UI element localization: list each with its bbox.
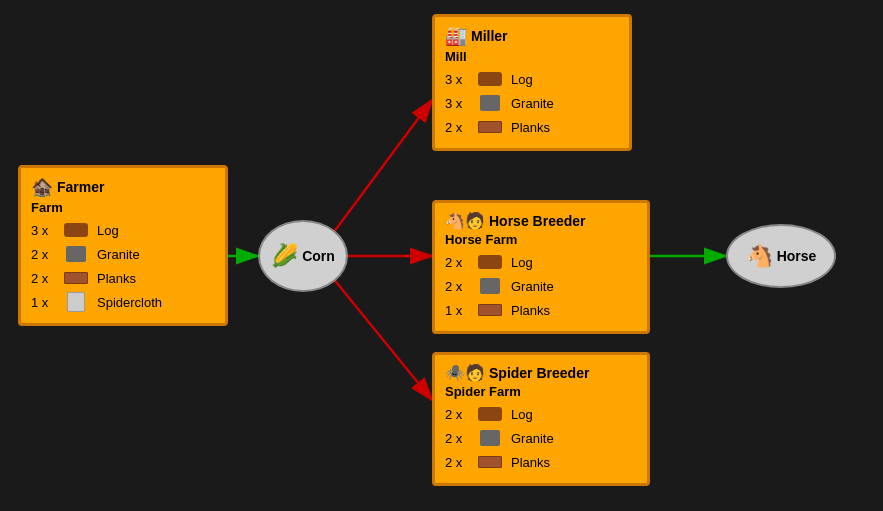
granite-icon [66, 246, 86, 262]
farmer-icon: 🏚️ [31, 176, 53, 198]
horse-farm-resource-0: 2 x Log [445, 251, 637, 273]
svg-line-5 [328, 272, 432, 400]
spider-farm-box: 🕷️🧑 Spider Breeder Spider Farm 2 x Log 2… [432, 352, 650, 486]
mill-box: 🏭 Miller Mill 3 x Log 3 x Granite 2 x Pl… [432, 14, 632, 151]
planks-icon [64, 272, 88, 284]
farm-title: 🏚️ Farmer [31, 176, 215, 198]
svg-line-3 [328, 100, 432, 240]
corn-icon: 🌽 [271, 243, 298, 269]
planks-icon [478, 304, 502, 316]
farm-box: 🏚️ Farmer Farm 3 x Log 2 x Granite 2 x P… [18, 165, 228, 326]
mill-resource-1: 3 x Granite [445, 92, 619, 114]
miller-label: Miller [471, 28, 508, 44]
corn-label: Corn [302, 248, 335, 264]
planks-icon [478, 121, 502, 133]
farmer-label: Farmer [57, 179, 104, 195]
spider-breeder-icon: 🕷️🧑 [445, 363, 485, 382]
mill-title: 🏭 Miller [445, 25, 619, 47]
log-icon [478, 72, 502, 86]
log-icon [478, 255, 502, 269]
horse-node: 🐴 Horse [726, 224, 836, 288]
miller-icon: 🏭 [445, 25, 467, 47]
spider-farm-subtitle: Spider Farm [445, 384, 637, 399]
diagram: 🏚️ Farmer Farm 3 x Log 2 x Granite 2 x P… [0, 0, 883, 511]
farm-resource-3: 1 x Spidercloth [31, 291, 215, 313]
spider-farm-resource-2: 2 x Planks [445, 451, 637, 473]
horse-breeder-icon: 🐴🧑 [445, 211, 485, 230]
planks-icon [478, 456, 502, 468]
horse-icon: 🐴 [746, 243, 773, 269]
granite-icon [480, 430, 500, 446]
spider-farm-resource-1: 2 x Granite [445, 427, 637, 449]
horse-farm-subtitle: Horse Farm [445, 232, 637, 247]
spider-farm-resource-0: 2 x Log [445, 403, 637, 425]
spider-farm-title: 🕷️🧑 Spider Breeder [445, 363, 637, 382]
spidercloth-icon [67, 292, 85, 312]
mill-resource-2: 2 x Planks [445, 116, 619, 138]
farm-subtitle: Farm [31, 200, 215, 215]
corn-node: 🌽 Corn [258, 220, 348, 292]
farm-resource-0: 3 x Log [31, 219, 215, 241]
horse-label: Horse [777, 248, 817, 264]
granite-icon [480, 95, 500, 111]
horse-farm-title: 🐴🧑 Horse Breeder [445, 211, 637, 230]
horse-farm-resource-1: 2 x Granite [445, 275, 637, 297]
farm-resource-2: 2 x Planks [31, 267, 215, 289]
horse-breeder-label: Horse Breeder [489, 213, 586, 229]
farm-resource-1: 2 x Granite [31, 243, 215, 265]
spider-breeder-label: Spider Breeder [489, 365, 589, 381]
mill-resource-0: 3 x Log [445, 68, 619, 90]
granite-icon [480, 278, 500, 294]
mill-subtitle: Mill [445, 49, 619, 64]
log-icon [64, 223, 88, 237]
horse-farm-box: 🐴🧑 Horse Breeder Horse Farm 2 x Log 2 x … [432, 200, 650, 334]
log-icon [478, 407, 502, 421]
horse-farm-resource-2: 1 x Planks [445, 299, 637, 321]
